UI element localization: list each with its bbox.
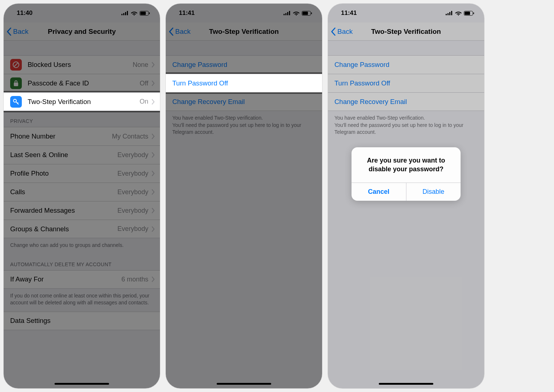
back-button[interactable]: Back (331, 28, 353, 36)
home-indicator[interactable] (379, 383, 433, 385)
cancel-button[interactable]: Cancel (352, 183, 406, 201)
row-label: If Away For (10, 275, 121, 283)
wifi-icon (455, 11, 462, 16)
back-label: Back (337, 28, 353, 36)
back-label: Back (175, 28, 190, 36)
last-seen-row[interactable]: Last Seen & Online Everybody (4, 145, 160, 164)
profile-photo-row[interactable]: Profile Photo Everybody (4, 164, 160, 183)
status-time: 11:41 (341, 9, 357, 17)
chevron-left-icon (7, 28, 12, 36)
screen-privacy-security: 11:40 Back Privacy and Security Blocked … (4, 4, 160, 388)
svg-rect-19 (311, 12, 312, 14)
chevron-right-icon (151, 80, 155, 86)
row-value: 6 months (121, 276, 148, 283)
status-time: 11:40 (17, 9, 32, 17)
back-button[interactable]: Back (7, 28, 28, 36)
back-label: Back (13, 28, 28, 36)
svg-rect-14 (285, 13, 286, 15)
row-label: Groups & Channels (10, 225, 117, 233)
passcode-icon (10, 77, 22, 89)
key-icon (10, 96, 22, 108)
status-indicators (284, 11, 312, 16)
screen-two-step: 11:41 Back Two-Step Verification Change … (166, 4, 322, 388)
svg-point-10 (13, 99, 16, 102)
privacy-footer: Change who can add you to groups and cha… (4, 238, 160, 254)
back-button[interactable]: Back (169, 28, 190, 36)
data-settings-row[interactable]: Data Settings (4, 312, 160, 330)
chevron-right-icon (151, 226, 155, 232)
change-password-row[interactable]: Change Password (166, 55, 322, 74)
svg-rect-13 (284, 14, 285, 15)
groups-channels-row[interactable]: Groups & Channels Everybody (4, 220, 160, 238)
privacy-group: Phone Number My Contacts Last Seen & Onl… (4, 127, 160, 238)
cellular-signal-icon (284, 11, 291, 15)
forwarded-messages-row[interactable]: Forwarded Messages Everybody (4, 201, 160, 220)
svg-rect-25 (465, 12, 470, 15)
row-value: Off (140, 80, 148, 87)
nav-bar: Back Two-Step Verification (328, 23, 484, 41)
svg-rect-20 (446, 14, 447, 15)
chevron-left-icon (169, 28, 174, 36)
turn-password-off-row[interactable]: Turn Password Off (166, 74, 322, 92)
chevron-right-icon (151, 276, 155, 282)
row-label: Turn Password Off (334, 79, 479, 87)
wifi-icon (293, 11, 300, 16)
change-recovery-email-row[interactable]: Change Recovery Email (166, 92, 322, 111)
privacy-header: PRIVACY (4, 111, 160, 127)
blocked-icon (10, 59, 22, 71)
svg-rect-15 (287, 12, 288, 15)
svg-rect-16 (289, 11, 290, 15)
row-value: Everybody (117, 188, 148, 196)
turn-password-off-row[interactable]: Turn Password Off (328, 74, 484, 92)
svg-rect-21 (447, 13, 449, 15)
phone-number-row[interactable]: Phone Number My Contacts (4, 127, 160, 145)
cellular-signal-icon (121, 11, 129, 15)
if-away-for-row[interactable]: If Away For 6 months (4, 270, 160, 289)
row-label: Change Password (172, 61, 317, 69)
calls-row[interactable]: Calls Everybody (4, 183, 160, 201)
security-group: Blocked Users None Passcode & Face ID Of… (4, 55, 160, 111)
svg-rect-3 (127, 11, 128, 15)
status-bar: 11:40 (4, 4, 160, 23)
battery-icon (464, 11, 474, 16)
svg-rect-26 (473, 12, 474, 14)
change-recovery-email-row[interactable]: Change Recovery Email (328, 92, 484, 111)
row-label: Profile Photo (10, 169, 117, 177)
chevron-right-icon (151, 62, 155, 68)
confirm-dialog: Are you sure you want to disable your pa… (352, 147, 461, 201)
nav-bar: Back Privacy and Security (4, 23, 160, 41)
two-step-options: Change Password Turn Password Off Change… (328, 55, 484, 111)
row-value: Everybody (117, 225, 148, 233)
row-label: Change Recovery Email (334, 98, 479, 106)
row-label: Change Password (334, 61, 479, 69)
two-step-options: Change Password Turn Password Off Change… (166, 55, 322, 111)
status-bar: 11:41 (328, 4, 484, 23)
screen-two-step-alert: 11:41 Back Two-Step Verification Change … (328, 4, 484, 388)
svg-rect-2 (125, 12, 126, 15)
status-bar: 11:41 (166, 4, 322, 23)
row-label: Turn Password Off (172, 79, 317, 87)
row-label: Passcode & Face ID (28, 79, 140, 87)
data-settings-group: Data Settings (4, 312, 160, 330)
svg-line-8 (14, 63, 18, 67)
passcode-row[interactable]: Passcode & Face ID Off (4, 74, 160, 92)
svg-line-12 (17, 103, 18, 103)
row-label: Data Settings (10, 317, 155, 325)
status-time: 11:41 (179, 9, 194, 17)
svg-rect-5 (140, 12, 146, 15)
home-indicator[interactable] (217, 383, 271, 385)
change-password-row[interactable]: Change Password (328, 55, 484, 74)
disable-button[interactable]: Disable (406, 183, 461, 201)
two-step-verification-row[interactable]: Two-Step Verification On (4, 92, 160, 111)
chevron-right-icon (151, 133, 155, 139)
row-label: Forwarded Messages (10, 207, 117, 215)
nav-bar: Back Two-Step Verification (166, 23, 322, 41)
home-indicator[interactable] (55, 383, 109, 385)
status-indicators (121, 11, 150, 16)
chevron-right-icon (151, 189, 155, 195)
row-value: Everybody (117, 151, 148, 159)
blocked-users-row[interactable]: Blocked Users None (4, 55, 160, 74)
row-value: Everybody (117, 207, 148, 215)
cellular-signal-icon (446, 11, 453, 15)
alert-actions: Cancel Disable (352, 183, 461, 201)
